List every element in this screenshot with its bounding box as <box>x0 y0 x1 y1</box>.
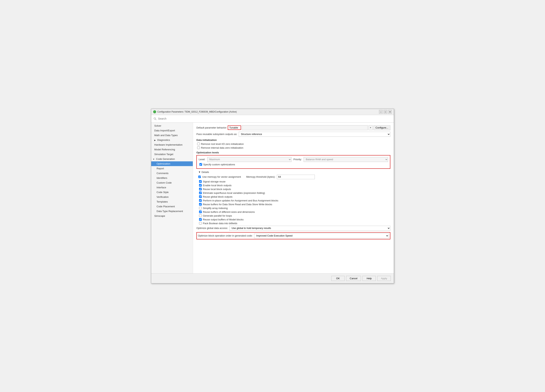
reuse-local-checkbox[interactable] <box>199 188 202 190</box>
reuse-buffers-diff-checkbox[interactable] <box>199 211 202 213</box>
eliminate-superfluous-label[interactable]: Eliminate superfluous local variables (e… <box>203 192 265 194</box>
sidebar-item-identifiers[interactable]: Identifiers <box>151 176 193 180</box>
diagnostics-label: Diagnostics <box>157 139 170 141</box>
sidebar-item-model-ref[interactable]: Model Referencing <box>151 147 193 152</box>
sidebar-item-sim-target[interactable]: Simulation Target <box>151 152 193 157</box>
remove-root-checkbox[interactable] <box>197 143 200 145</box>
data-type-replacement-label: Data Type Replacement <box>156 210 183 213</box>
signal-storage-label[interactable]: Signal storage reuse <box>203 180 225 183</box>
sidebar-item-interface[interactable]: Interface <box>151 185 193 190</box>
sidebar-item-diagnostics[interactable]: ▶ Diagnostics <box>151 138 193 142</box>
sidebar-item-solver[interactable]: Solver <box>151 123 193 128</box>
sidebar-item-report[interactable]: Report <box>151 166 193 171</box>
verification-label: Verification <box>156 196 169 198</box>
enable-local-checkbox[interactable] <box>199 184 202 187</box>
sidebar-item-custom-code[interactable]: Custom Code <box>151 180 193 185</box>
optimize-global-dropdown[interactable]: Use global to hold temporary results <box>229 226 390 231</box>
hardware-label: Hardware Implementation <box>154 143 183 146</box>
details-label: Details <box>202 171 209 174</box>
reuse-buffers-datastore-label[interactable]: Reuse buffers for Data Store Read and Da… <box>203 203 272 206</box>
optimize-block-order-dropdown[interactable]: Improved Code Execution Speed <box>254 233 389 238</box>
level-priority-row: Level: Maximum Priority: Balance RAM and… <box>199 157 388 162</box>
simplify-array-row: Simplify array indexing <box>198 207 390 210</box>
interface-label: Interface <box>156 186 166 189</box>
signal-storage-checkbox[interactable] <box>199 180 202 183</box>
sidebar-item-code-placement[interactable]: Code Placement <box>151 204 193 209</box>
svg-line-1 <box>155 119 156 120</box>
simplify-array-checkbox[interactable] <box>199 207 202 209</box>
simplify-array-label[interactable]: Simplify array indexing <box>203 207 228 210</box>
minimize-button[interactable]: – <box>379 110 383 114</box>
sidebar-item-optimization[interactable]: Optimization <box>151 161 193 166</box>
restore-button[interactable]: □ <box>384 110 387 114</box>
sidebar-item-verification[interactable]: Verification <box>151 195 193 199</box>
reuse-global-label[interactable]: Reuse global block outputs <box>203 195 232 198</box>
sidebar-item-hardware[interactable]: Hardware Implementation <box>151 142 193 147</box>
pack-boolean-checkbox[interactable] <box>199 222 202 224</box>
sidebar: Solver Data Import/Export Math and Data … <box>151 123 193 273</box>
sidebar-item-comments[interactable]: Comments <box>151 171 193 176</box>
pass-reusable-row: Pass reusable subsystem outputs as: Stru… <box>196 132 390 137</box>
reuse-buffers-diff-label[interactable]: Reuse buffers of different sizes and dim… <box>203 211 255 213</box>
reuse-global-checkbox[interactable] <box>199 195 202 198</box>
reuse-buffers-diff-row: Reuse buffers of different sizes and dim… <box>198 211 390 213</box>
generate-parallel-label[interactable]: Generate parallel for loops <box>203 214 232 217</box>
configure-button[interactable]: Configure... <box>373 125 390 130</box>
sidebar-item-data-type-replacement[interactable]: Data Type Replacement <box>151 209 193 214</box>
eliminate-superfluous-row: Eliminate superfluous local variables (e… <box>198 192 390 194</box>
enable-local-label[interactable]: Enable local block outputs <box>203 184 231 187</box>
main-window: Configuration Parameters: TIDM_02012_F28… <box>151 109 394 283</box>
specify-custom-label[interactable]: Specify custom optimizations <box>203 163 235 166</box>
reuse-buffers-datastore-row: Reuse buffers for Data Store Read and Da… <box>198 203 390 206</box>
optimize-global-label: Optimize global data access: <box>196 227 228 230</box>
code-style-label: Code Style <box>156 191 169 194</box>
perform-inplace-label[interactable]: Perform in-place updates for Assignment … <box>203 199 278 202</box>
comments-label: Comments <box>156 172 168 175</box>
search-input[interactable] <box>158 117 391 120</box>
pass-reusable-dropdown[interactable]: Structure reference <box>239 132 390 137</box>
memcpy-threshold-input[interactable] <box>277 175 315 179</box>
details-header[interactable]: ▼ Details <box>198 171 390 174</box>
optimization-box: Level: Maximum Priority: Balance RAM and… <box>196 155 390 169</box>
sidebar-item-data-import[interactable]: Data Import/Export <box>151 128 193 133</box>
details-section: ▼ Details Use memcpy for vector assignme… <box>196 171 390 225</box>
enable-local-row: Enable local block outputs <box>198 184 390 187</box>
pack-boolean-label[interactable]: Pack Boolean data into bitfields <box>203 222 237 225</box>
eliminate-superfluous-checkbox[interactable] <box>199 192 202 194</box>
diagnostics-arrow: ▶ <box>154 139 156 141</box>
optimize-global-row: Optimize global data access: Use global … <box>196 226 390 231</box>
sidebar-item-simscape[interactable]: Simscape <box>151 214 193 218</box>
reuse-local-label[interactable]: Reuse local block outputs <box>203 188 231 191</box>
perform-inplace-checkbox[interactable] <box>199 199 202 202</box>
remove-internal-label[interactable]: Remove internal data zero initialization <box>201 146 243 149</box>
generate-parallel-checkbox[interactable] <box>199 214 202 217</box>
pack-boolean-row: Pack Boolean data into bitfields <box>198 222 390 225</box>
ok-button[interactable]: OK <box>331 276 345 281</box>
optimization-label: Optimization <box>156 162 170 165</box>
reuse-buffers-datastore-checkbox[interactable] <box>199 203 202 205</box>
close-button[interactable]: ✕ <box>388 110 392 114</box>
use-memcpy-label[interactable]: Use memcpy for vector assignment <box>202 175 241 178</box>
default-param-label: Default parameter behavior: <box>196 126 227 129</box>
reuse-output-checkbox[interactable] <box>199 218 202 221</box>
priority-dropdown[interactable]: Balance RAM and speed <box>304 157 388 162</box>
remove-root-label[interactable]: Remove root level I/O zero initializatio… <box>201 143 244 145</box>
footer: OK Cancel Help Apply <box>151 273 394 283</box>
apply-button[interactable]: Apply <box>377 276 391 281</box>
default-param-value: Tunable <box>228 125 241 130</box>
remove-internal-checkbox[interactable] <box>197 146 200 149</box>
use-memcpy-checkbox[interactable] <box>198 176 201 178</box>
reuse-output-label[interactable]: Reuse output buffers of Model blocks <box>203 218 243 221</box>
sidebar-item-code-gen[interactable]: ▼ Code Generation <box>151 157 193 161</box>
cancel-button[interactable]: Cancel <box>346 276 361 281</box>
default-param-dropdown-arrow[interactable]: ▼ <box>369 125 373 130</box>
reuse-local-row: Reuse local block outputs <box>198 188 390 191</box>
sidebar-item-math[interactable]: Math and Data Types <box>151 133 193 138</box>
data-init-title: Data initialization <box>196 139 390 141</box>
titlebar-left: Configuration Parameters: TIDM_02012_F28… <box>153 110 237 113</box>
sidebar-item-code-style[interactable]: Code Style <box>151 190 193 195</box>
level-dropdown[interactable]: Maximum <box>207 157 292 162</box>
sidebar-item-templates[interactable]: Templates <box>151 199 193 204</box>
specify-custom-checkbox[interactable] <box>199 163 202 166</box>
help-button[interactable]: Help <box>362 276 376 281</box>
